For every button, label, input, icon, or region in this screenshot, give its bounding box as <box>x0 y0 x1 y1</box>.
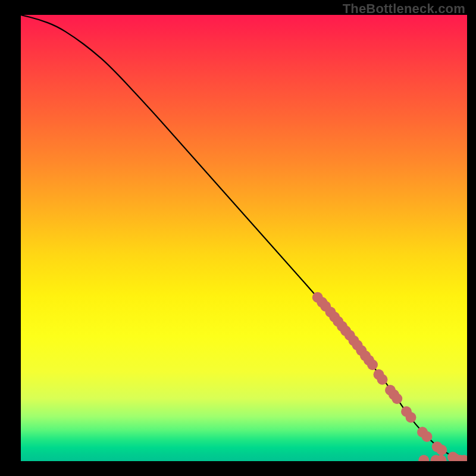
data-point <box>377 374 388 385</box>
data-point <box>392 393 402 404</box>
data-point <box>422 431 433 442</box>
data-point <box>406 412 416 423</box>
tail-data-point <box>418 455 429 462</box>
data-point <box>436 444 447 455</box>
highlighted-points-group <box>312 292 461 461</box>
chart-overlay <box>21 15 467 461</box>
data-point <box>367 359 378 370</box>
tail-points-group <box>418 455 467 462</box>
watermark-text: TheBottleneck.com <box>343 1 465 17</box>
chart-frame: TheBottleneck.com <box>0 0 476 476</box>
plot-area <box>21 15 467 461</box>
bottleneck-curve <box>21 15 467 461</box>
